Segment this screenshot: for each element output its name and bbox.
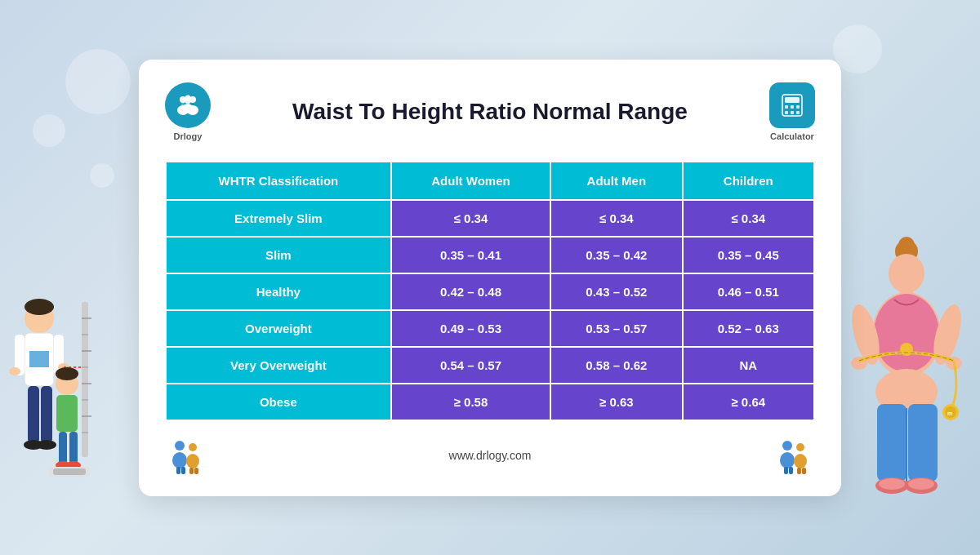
cell-adult_men: 0.58 – 0.62: [550, 347, 682, 384]
svg-point-76: [782, 441, 792, 451]
cell-classification: Overweight: [166, 310, 391, 347]
table-row: Slim0.35 – 0.410.35 – 0.420.35 – 0.45: [166, 237, 814, 273]
cell-adult_men: ≥ 0.63: [550, 384, 682, 420]
main-card: Drlogy Waist To Height Ratio Normal Rang…: [139, 60, 841, 496]
svg-rect-67: [796, 111, 800, 114]
footer-url: www.drlogy.com: [207, 449, 773, 462]
svg-rect-8: [28, 386, 39, 443]
svg-rect-75: [194, 468, 198, 474]
footer-icon-left: [165, 434, 207, 477]
cell-adult_women: ≤ 0.34: [391, 200, 550, 237]
cell-adult_women: ≥ 0.58: [391, 384, 550, 420]
cell-children: ≤ 0.34: [683, 200, 814, 237]
col-header-classification: WHTR Classification: [166, 162, 391, 200]
table-header-row: WHTR Classification Adult Women Adult Me…: [166, 162, 814, 200]
svg-point-59: [185, 97, 191, 104]
page-title: Waist To Height Ratio Normal Range: [211, 99, 769, 125]
table-row: Very Overweight0.54 – 0.570.58 – 0.62NA: [166, 347, 814, 384]
svg-rect-66: [791, 111, 794, 114]
calc-icon-container: Calculator: [769, 82, 815, 141]
footer-icon-right: [773, 434, 815, 477]
svg-point-23: [56, 367, 78, 380]
svg-point-70: [189, 443, 197, 451]
svg-rect-73: [181, 467, 185, 474]
cell-classification: Slim: [166, 237, 391, 273]
table-row: Extremely Slim≤ 0.34≤ 0.34≤ 0.34: [166, 200, 814, 237]
col-header-children: Children: [683, 162, 814, 200]
svg-rect-65: [785, 111, 788, 114]
svg-point-33: [889, 254, 924, 293]
svg-rect-61: [785, 97, 800, 103]
cell-classification: Healthy: [166, 273, 391, 310]
table-row: Healthy0.42 – 0.480.43 – 0.520.46 – 0.51: [166, 273, 814, 310]
logo-label: Drlogy: [174, 131, 203, 141]
svg-point-79: [794, 454, 807, 468]
logo-container: Drlogy: [165, 82, 211, 141]
col-header-adult-men: Adult Men: [550, 162, 682, 200]
svg-point-68: [175, 441, 185, 451]
svg-text:m: m: [947, 411, 952, 416]
svg-rect-26: [69, 432, 78, 464]
calc-label: Calculator: [770, 131, 814, 141]
col-header-adult-women: Adult Women: [391, 162, 550, 200]
cell-children: 0.35 – 0.45: [683, 237, 814, 273]
svg-point-71: [186, 454, 199, 468]
svg-rect-74: [189, 468, 194, 474]
cell-adult_women: 0.35 – 0.41: [391, 237, 550, 273]
cell-adult_men: 0.43 – 0.52: [550, 273, 682, 310]
drlogy-logo-icon: [165, 82, 211, 128]
whtr-table: WHTR Classification Adult Women Adult Me…: [165, 161, 815, 421]
cell-adult_women: 0.49 – 0.53: [391, 310, 550, 347]
svg-rect-80: [784, 467, 788, 474]
svg-rect-63: [791, 105, 794, 109]
card-header: Drlogy Waist To Height Ratio Normal Rang…: [165, 82, 815, 141]
calculator-icon: [769, 82, 815, 128]
svg-rect-25: [59, 432, 67, 464]
svg-point-77: [780, 452, 795, 468]
svg-point-69: [172, 452, 187, 468]
svg-point-1: [24, 299, 54, 315]
cell-adult_men: ≤ 0.34: [550, 200, 682, 237]
cell-children: ≥ 0.64: [683, 384, 814, 420]
svg-rect-43: [877, 404, 906, 482]
table-row: Overweight0.49 – 0.530.53 – 0.570.52 – 0…: [166, 310, 814, 347]
svg-point-7: [9, 367, 20, 375]
table-row: Obese≥ 0.58≥ 0.63≥ 0.64: [166, 384, 814, 420]
cell-classification: Very Overweight: [166, 347, 391, 384]
svg-rect-72: [176, 467, 180, 474]
svg-rect-30: [53, 468, 86, 475]
svg-rect-83: [802, 468, 806, 474]
left-illustration: [8, 269, 122, 531]
cell-children: 0.52 – 0.63: [683, 310, 814, 347]
cell-adult_men: 0.35 – 0.42: [550, 237, 682, 273]
svg-rect-24: [56, 395, 78, 432]
svg-rect-44: [908, 404, 938, 482]
right-illustration: m: [841, 229, 972, 539]
svg-point-49: [908, 478, 934, 490]
svg-rect-3: [29, 351, 49, 367]
cell-adult_women: 0.42 – 0.48: [391, 273, 550, 310]
cell-adult_men: 0.53 – 0.57: [550, 310, 682, 347]
svg-rect-81: [789, 467, 793, 474]
card-footer: www.drlogy.com: [165, 434, 815, 477]
cell-classification: Obese: [166, 384, 391, 420]
cell-adult_women: 0.54 – 0.57: [391, 347, 550, 384]
svg-rect-9: [41, 386, 52, 443]
svg-rect-12: [82, 302, 88, 457]
svg-point-32: [898, 237, 915, 253]
cell-children: NA: [683, 347, 814, 384]
svg-point-48: [879, 478, 905, 490]
svg-point-78: [796, 443, 804, 451]
svg-rect-82: [797, 468, 801, 474]
svg-point-41: [900, 343, 913, 356]
svg-rect-62: [785, 105, 788, 109]
svg-rect-64: [796, 105, 800, 109]
svg-point-11: [37, 440, 56, 450]
cell-children: 0.46 – 0.51: [683, 273, 814, 310]
cell-classification: Extremely Slim: [166, 200, 391, 237]
